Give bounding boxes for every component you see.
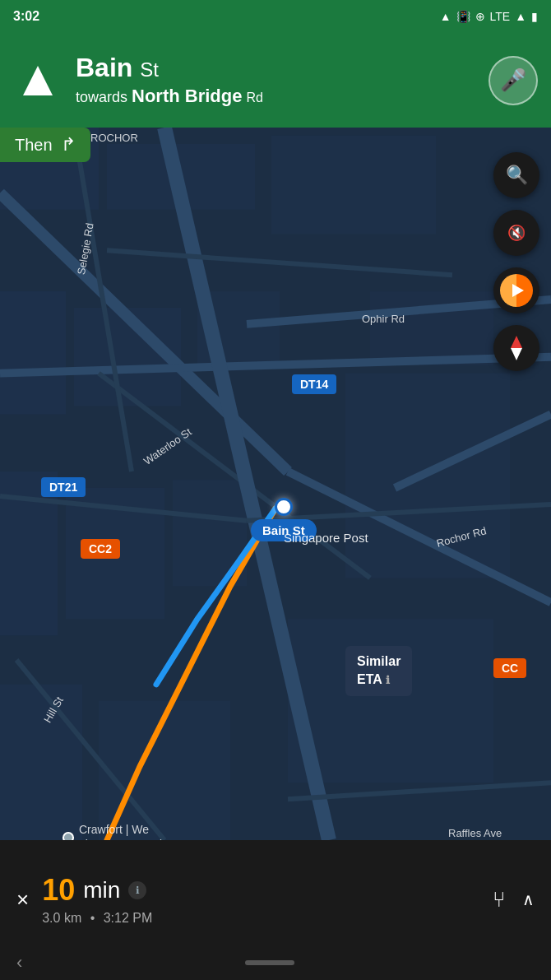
map-area[interactable]: ROCHOR Selegie Rd Waterloo St Ophir Rd R… (0, 128, 551, 840)
nav-header: Bain St towards North Bridge Rd 🎤 (0, 33, 551, 128)
then-label: Then (15, 136, 53, 155)
compass-button[interactable] (493, 325, 539, 371)
towards-label: towards North Bridge Rd (76, 86, 488, 107)
expand-button[interactable]: ∧ (522, 889, 535, 909)
close-button[interactable]: × (16, 887, 29, 913)
compass-north (511, 336, 522, 348)
business-label: Crawfort | WeListen. We Lend. (79, 822, 165, 840)
bottom-arrows: ‹ (0, 952, 551, 980)
then-banner: Then ↱ (0, 128, 90, 162)
svg-rect-4 (0, 291, 66, 414)
business-dot (63, 832, 74, 840)
eta-arrival: 3:12 PM (104, 911, 153, 925)
nav-indicator (245, 960, 294, 965)
status-bar: 3:02 ▲ 📳 ⊕ LTE ▲ ▮ (0, 0, 551, 33)
direction-arrow (13, 56, 63, 105)
bottom-panel: × 10 min ℹ 3.0 km • 3:12 PM ⑂ ∧ ‹ (0, 840, 551, 980)
play-inner (500, 274, 533, 307)
bottom-main: × 10 min ℹ 3.0 km • 3:12 PM ⑂ ∧ (0, 840, 551, 952)
eta-info-icon[interactable]: ℹ (128, 881, 146, 899)
mic-button[interactable]: 🎤 (488, 56, 538, 105)
separator: • (90, 911, 95, 925)
search-button[interactable]: 🔍 (493, 152, 539, 198)
street-info: Bain St towards North Bridge Rd (76, 53, 488, 107)
lte-label: LTE (490, 10, 511, 23)
similar-eta[interactable]: Similar ETA ℹ (345, 646, 412, 696)
pin-dot (275, 498, 293, 516)
svg-rect-12 (288, 619, 493, 783)
bottom-right-icons: ⑂ ∧ (493, 887, 535, 913)
eta-time: 10 min ℹ (42, 873, 493, 908)
svg-rect-13 (0, 685, 82, 840)
play-triangle-icon (512, 284, 524, 297)
mute-button[interactable]: 🔇 (493, 210, 539, 256)
then-arrow-icon: ↱ (61, 134, 76, 156)
routes-button[interactable]: ⑂ (493, 887, 506, 913)
signal-icon: ▲ (515, 10, 526, 23)
mic-icon: 🎤 (500, 67, 526, 93)
cc2-station: CC2 (81, 539, 120, 559)
battery-icon: ▮ (531, 10, 538, 23)
eta-info: 10 min ℹ 3.0 km • 3:12 PM (42, 873, 493, 926)
cc-right-station: CC (493, 658, 526, 678)
mute-icon: 🔇 (507, 224, 526, 242)
compass-south (511, 348, 522, 360)
play-button[interactable] (493, 267, 539, 314)
current-street: Bain St (76, 53, 488, 82)
dt21-station: DT21 (41, 477, 86, 497)
back-button[interactable]: ‹ (16, 952, 22, 973)
svg-rect-3 (271, 136, 436, 234)
eta-details: 3.0 km • 3:12 PM (42, 911, 493, 926)
location-icon: ⊕ (475, 10, 485, 23)
similar-eta-line2: ETA ℹ (357, 671, 401, 689)
eta-minutes: 10 (42, 873, 75, 908)
similar-eta-line1: Similar (357, 653, 401, 671)
status-icons: ▲ 📳 ⊕ LTE ▲ ▮ (440, 10, 538, 23)
vibrate-icon: 📳 (456, 10, 470, 23)
status-time: 3:02 (13, 9, 39, 24)
eta-unit: min (83, 877, 120, 903)
compass-icon (504, 336, 529, 360)
eta-distance: 3.0 km (42, 911, 81, 925)
navigation-icon: ▲ (440, 10, 451, 23)
singapore-post-label: Singapore Post (284, 531, 368, 545)
search-icon: 🔍 (506, 165, 528, 186)
up-arrow-icon (23, 66, 53, 95)
dt14-station: DT14 (292, 374, 336, 394)
